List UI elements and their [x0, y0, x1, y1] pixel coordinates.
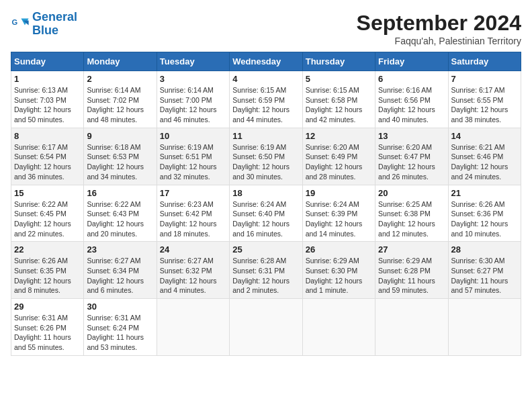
- calendar-cell: 24 Sunrise: 6:27 AMSunset: 6:32 PMDaylig…: [157, 242, 229, 299]
- day-detail: Sunrise: 6:17 AMSunset: 6:55 PMDaylight:…: [451, 85, 518, 125]
- day-detail: Sunrise: 6:23 AMSunset: 6:42 PMDaylight:…: [160, 199, 226, 239]
- calendar-cell: 9 Sunrise: 6:18 AMSunset: 6:53 PMDayligh…: [84, 128, 157, 185]
- day-number: 27: [378, 244, 445, 255]
- calendar-cell: 29 Sunrise: 6:31 AMSunset: 6:26 PMDaylig…: [11, 299, 84, 356]
- day-number: 29: [14, 302, 81, 312]
- calendar-cell: 22 Sunrise: 6:26 AMSunset: 6:35 PMDaylig…: [11, 242, 84, 299]
- calendar-cell: 11 Sunrise: 6:19 AMSunset: 6:50 PMDaylig…: [230, 128, 302, 185]
- month-title: September 2024: [357, 11, 521, 36]
- day-detail: Sunrise: 6:18 AMSunset: 6:53 PMDaylight:…: [87, 142, 153, 182]
- day-detail: Sunrise: 6:14 AMSunset: 7:02 PMDaylight:…: [87, 85, 153, 125]
- weekday-header: Thursday: [302, 52, 375, 71]
- day-number: 4: [232, 74, 299, 84]
- day-detail: Sunrise: 6:28 AMSunset: 6:31 PMDaylight:…: [232, 256, 299, 295]
- calendar-week-row: 29 Sunrise: 6:31 AMSunset: 6:26 PMDaylig…: [11, 299, 521, 356]
- calendar-cell: 26 Sunrise: 6:29 AMSunset: 6:30 PMDaylig…: [302, 242, 375, 299]
- calendar-cell: 15 Sunrise: 6:22 AMSunset: 6:45 PMDaylig…: [11, 185, 84, 242]
- calendar-cell: [375, 299, 448, 356]
- day-detail: Sunrise: 6:27 AMSunset: 6:32 PMDaylight:…: [160, 256, 226, 295]
- day-detail: Sunrise: 6:15 AMSunset: 6:59 PMDaylight:…: [232, 85, 299, 125]
- calendar-cell: 30 Sunrise: 6:31 AMSunset: 6:24 PMDaylig…: [84, 299, 157, 356]
- day-number: 11: [232, 131, 299, 141]
- calendar-cell: [230, 299, 302, 356]
- calendar-cell: 4 Sunrise: 6:15 AMSunset: 6:59 PMDayligh…: [230, 71, 302, 128]
- day-detail: Sunrise: 6:24 AMSunset: 6:40 PMDaylight:…: [232, 199, 299, 239]
- calendar-cell: 17 Sunrise: 6:23 AMSunset: 6:42 PMDaylig…: [157, 185, 229, 242]
- day-number: 10: [160, 131, 226, 141]
- day-number: 7: [451, 74, 518, 84]
- day-number: 15: [14, 188, 81, 198]
- calendar-cell: 12 Sunrise: 6:20 AMSunset: 6:49 PMDaylig…: [302, 128, 375, 185]
- weekday-header-row: SundayMondayTuesdayWednesdayThursdayFrid…: [11, 52, 521, 71]
- svg-text:G: G: [11, 18, 17, 26]
- calendar-cell: [302, 299, 375, 356]
- day-detail: Sunrise: 6:29 AMSunset: 6:30 PMDaylight:…: [306, 256, 372, 295]
- day-number: 5: [306, 74, 372, 84]
- calendar-cell: 20 Sunrise: 6:25 AMSunset: 6:38 PMDaylig…: [375, 185, 448, 242]
- day-detail: Sunrise: 6:26 AMSunset: 6:36 PMDaylight:…: [451, 199, 518, 239]
- calendar-cell: 3 Sunrise: 6:14 AMSunset: 7:00 PMDayligh…: [157, 71, 229, 128]
- location-subtitle: Faqqu'ah, Palestinian Territory: [357, 36, 521, 46]
- calendar-week-row: 1 Sunrise: 6:13 AMSunset: 7:03 PMDayligh…: [11, 71, 521, 128]
- calendar-cell: 14 Sunrise: 6:21 AMSunset: 6:46 PMDaylig…: [448, 128, 521, 185]
- day-number: 19: [306, 188, 372, 198]
- weekday-header: Monday: [84, 52, 157, 71]
- calendar-cell: 16 Sunrise: 6:22 AMSunset: 6:43 PMDaylig…: [84, 185, 157, 242]
- weekday-header: Wednesday: [230, 52, 302, 71]
- day-detail: Sunrise: 6:27 AMSunset: 6:34 PMDaylight:…: [87, 256, 153, 295]
- calendar-cell: 23 Sunrise: 6:27 AMSunset: 6:34 PMDaylig…: [84, 242, 157, 299]
- day-detail: Sunrise: 6:19 AMSunset: 6:50 PMDaylight:…: [232, 142, 299, 182]
- calendar-week-row: 8 Sunrise: 6:17 AMSunset: 6:54 PMDayligh…: [11, 128, 521, 185]
- title-block: September 2024 Faqqu'ah, Palestinian Ter…: [357, 11, 521, 46]
- day-detail: Sunrise: 6:20 AMSunset: 6:47 PMDaylight:…: [378, 142, 445, 182]
- calendar-cell: 2 Sunrise: 6:14 AMSunset: 7:02 PMDayligh…: [84, 71, 157, 128]
- calendar-cell: 8 Sunrise: 6:17 AMSunset: 6:54 PMDayligh…: [11, 128, 84, 185]
- calendar-cell: 10 Sunrise: 6:19 AMSunset: 6:51 PMDaylig…: [157, 128, 229, 185]
- day-detail: Sunrise: 6:26 AMSunset: 6:35 PMDaylight:…: [14, 256, 81, 295]
- day-number: 20: [378, 188, 445, 198]
- day-detail: Sunrise: 6:30 AMSunset: 6:27 PMDaylight:…: [451, 256, 518, 295]
- calendar-cell: 21 Sunrise: 6:26 AMSunset: 6:36 PMDaylig…: [448, 185, 521, 242]
- day-number: 13: [378, 131, 445, 141]
- day-number: 1: [14, 74, 81, 84]
- day-detail: Sunrise: 6:31 AMSunset: 6:24 PMDaylight:…: [87, 313, 153, 353]
- day-detail: Sunrise: 6:13 AMSunset: 7:03 PMDaylight:…: [14, 85, 81, 125]
- calendar-table: SundayMondayTuesdayWednesdayThursdayFrid…: [11, 52, 521, 356]
- day-detail: Sunrise: 6:19 AMSunset: 6:51 PMDaylight:…: [160, 142, 226, 182]
- day-number: 16: [87, 188, 153, 198]
- day-detail: Sunrise: 6:20 AMSunset: 6:49 PMDaylight:…: [306, 142, 372, 182]
- logo-line2: Blue: [32, 24, 58, 37]
- day-number: 6: [378, 74, 445, 84]
- day-detail: Sunrise: 6:24 AMSunset: 6:39 PMDaylight:…: [306, 199, 372, 239]
- calendar-cell: [448, 299, 521, 356]
- day-detail: Sunrise: 6:17 AMSunset: 6:54 PMDaylight:…: [14, 142, 81, 182]
- logo-icon: G: [11, 15, 30, 34]
- day-number: 9: [87, 131, 153, 141]
- weekday-header: Friday: [375, 52, 448, 71]
- calendar-cell: 18 Sunrise: 6:24 AMSunset: 6:40 PMDaylig…: [230, 185, 302, 242]
- day-number: 21: [451, 188, 518, 198]
- calendar-week-row: 22 Sunrise: 6:26 AMSunset: 6:35 PMDaylig…: [11, 242, 521, 299]
- day-number: 3: [160, 74, 226, 84]
- day-number: 22: [14, 244, 81, 255]
- calendar-cell: 7 Sunrise: 6:17 AMSunset: 6:55 PMDayligh…: [448, 71, 521, 128]
- day-number: 2: [87, 74, 153, 84]
- day-number: 26: [306, 244, 372, 255]
- day-detail: Sunrise: 6:21 AMSunset: 6:46 PMDaylight:…: [451, 142, 518, 182]
- logo-line1: General: [32, 10, 77, 24]
- calendar-cell: 6 Sunrise: 6:16 AMSunset: 6:56 PMDayligh…: [375, 71, 448, 128]
- calendar-week-row: 15 Sunrise: 6:22 AMSunset: 6:45 PMDaylig…: [11, 185, 521, 242]
- calendar-cell: 19 Sunrise: 6:24 AMSunset: 6:39 PMDaylig…: [302, 185, 375, 242]
- day-detail: Sunrise: 6:25 AMSunset: 6:38 PMDaylight:…: [378, 199, 445, 239]
- day-detail: Sunrise: 6:22 AMSunset: 6:43 PMDaylight:…: [87, 199, 153, 239]
- day-detail: Sunrise: 6:29 AMSunset: 6:28 PMDaylight:…: [378, 256, 445, 295]
- day-detail: Sunrise: 6:31 AMSunset: 6:26 PMDaylight:…: [14, 313, 81, 353]
- day-detail: Sunrise: 6:22 AMSunset: 6:45 PMDaylight:…: [14, 199, 81, 239]
- calendar-cell: 25 Sunrise: 6:28 AMSunset: 6:31 PMDaylig…: [230, 242, 302, 299]
- weekday-header: Tuesday: [157, 52, 229, 71]
- day-detail: Sunrise: 6:14 AMSunset: 7:00 PMDaylight:…: [160, 85, 226, 125]
- calendar-cell: 13 Sunrise: 6:20 AMSunset: 6:47 PMDaylig…: [375, 128, 448, 185]
- calendar-cell: 5 Sunrise: 6:15 AMSunset: 6:58 PMDayligh…: [302, 71, 375, 128]
- day-detail: Sunrise: 6:16 AMSunset: 6:56 PMDaylight:…: [378, 85, 445, 125]
- day-number: 23: [87, 244, 153, 255]
